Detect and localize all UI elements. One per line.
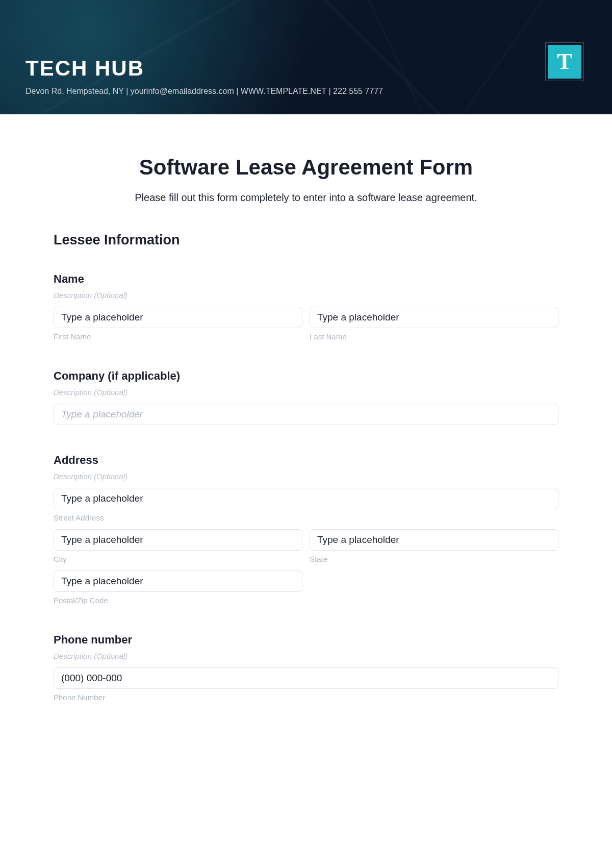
- brand-logo: T: [548, 45, 581, 79]
- state-input[interactable]: [310, 529, 558, 551]
- name-label: Name: [54, 272, 558, 286]
- phone-sublabel: Phone Number: [54, 693, 558, 702]
- brand-title: TECH HUB: [26, 56, 586, 81]
- phone-label: Phone number: [54, 633, 558, 647]
- street-address-input[interactable]: [54, 488, 558, 509]
- company-field-block: Company (if applicable) Description (Opt…: [54, 369, 558, 425]
- phone-input[interactable]: [54, 667, 558, 689]
- state-sublabel: State: [310, 555, 558, 563]
- page-subtitle: Please fill out this form completely to …: [54, 192, 558, 204]
- city-sublabel: City: [54, 555, 302, 563]
- address-description: Description (Optional): [54, 472, 558, 481]
- phone-description: Description (Optional): [54, 652, 558, 660]
- postal-code-input[interactable]: [54, 571, 302, 592]
- address-label: Address: [54, 454, 558, 467]
- name-description: Description (Optional): [54, 291, 558, 300]
- logo-letter: T: [557, 51, 572, 73]
- company-input[interactable]: [54, 404, 558, 425]
- postal-code-sublabel: Postal/Zip Code: [54, 596, 302, 605]
- page-title: Software Lease Agreement Form: [54, 155, 558, 180]
- company-label: Company (if applicable): [54, 369, 558, 383]
- last-name-sublabel: Last Name: [310, 332, 558, 341]
- first-name-input[interactable]: [54, 307, 302, 328]
- name-field-block: Name Description (Optional) First Name L…: [54, 272, 558, 341]
- document-header: TECH HUB Devon Rd, Hempstead, NY | youri…: [0, 0, 612, 114]
- brand-contact-line: Devon Rd, Hempstead, NY | yourinfo@email…: [26, 87, 586, 96]
- company-description: Description (Optional): [54, 388, 558, 396]
- city-input[interactable]: [54, 529, 302, 551]
- street-address-sublabel: Street Address: [54, 513, 558, 522]
- first-name-sublabel: First Name: [54, 332, 302, 341]
- lessee-section-heading: Lessee Information: [54, 232, 558, 248]
- last-name-input[interactable]: [310, 307, 558, 328]
- address-field-block: Address Description (Optional) Street Ad…: [54, 454, 558, 605]
- form-content: Software Lease Agreement Form Please fil…: [0, 114, 612, 712]
- phone-field-block: Phone number Description (Optional) Phon…: [54, 633, 558, 702]
